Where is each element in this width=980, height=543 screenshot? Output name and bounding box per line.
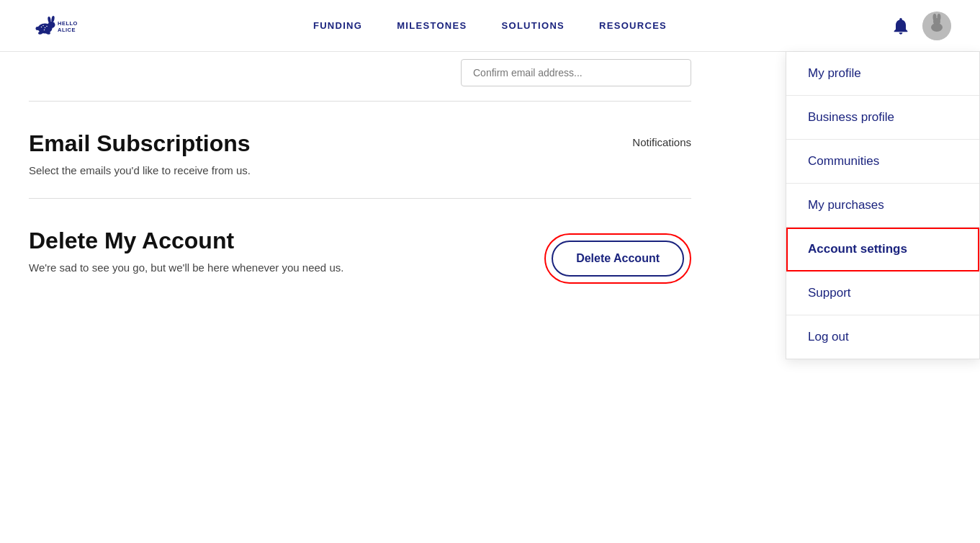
email-subscriptions-inner: Email Subscriptions Select the emails yo… (29, 130, 691, 176)
svg-point-17 (933, 14, 937, 21)
dropdown-communities[interactable]: Communities (786, 140, 979, 184)
svg-point-4 (41, 26, 42, 27)
bell-icon[interactable] (891, 16, 911, 36)
svg-point-6 (45, 27, 46, 28)
delete-account-left: Delete My Account We're sad to see you g… (29, 228, 544, 274)
avatar[interactable] (922, 12, 951, 40)
svg-point-1 (48, 22, 55, 28)
svg-text:HELLO: HELLO (58, 20, 78, 27)
dropdown-support[interactable]: Support (786, 272, 979, 315)
dropdown-my-profile[interactable]: My profile (786, 52, 979, 96)
email-confirm-row (29, 52, 691, 102)
email-subscriptions-right: Notifications (632, 130, 691, 148)
svg-text:ALICE: ALICE (58, 27, 76, 33)
nav-links: FUNDING MILESTONES SOLUTIONS RESOURCES (313, 20, 667, 31)
svg-point-5 (42, 24, 44, 26)
email-subscriptions-desc: Select the emails you'd like to receive … (29, 164, 632, 176)
svg-point-9 (36, 27, 40, 30)
delete-button-outer-box: Delete Account (544, 233, 691, 284)
svg-point-3 (51, 15, 55, 22)
svg-point-7 (46, 25, 48, 27)
nav-milestones[interactable]: MILESTONES (397, 20, 467, 31)
dropdown-account-settings[interactable]: Account settings (786, 228, 979, 272)
nav-funding[interactable]: FUNDING (313, 20, 362, 31)
dropdown-log-out[interactable]: Log out (786, 315, 979, 359)
main-content: Email Subscriptions Select the emails yo… (0, 52, 720, 305)
delete-account-button[interactable]: Delete Account (552, 241, 684, 277)
dropdown-my-purchases[interactable]: My purchases (786, 184, 979, 228)
nav-resources[interactable]: RESOURCES (599, 20, 667, 31)
navbar: HELLO ALICE FUNDING MILESTONES SOLUTIONS… (0, 0, 980, 52)
email-subscriptions-section: Email Subscriptions Select the emails yo… (29, 102, 691, 199)
delete-account-right: Delete Account (544, 228, 691, 284)
logo[interactable]: HELLO ALICE (29, 9, 108, 43)
dropdown-menu: My profile Business profile Communities … (786, 52, 980, 359)
nav-solutions[interactable]: SOLUTIONS (502, 20, 565, 31)
delete-account-inner: Delete My Account We're sad to see you g… (29, 228, 691, 284)
delete-account-section: Delete My Account We're sad to see you g… (29, 199, 691, 305)
notifications-label: Notifications (632, 136, 691, 148)
confirm-email-input[interactable] (461, 59, 691, 86)
email-subscriptions-left: Email Subscriptions Select the emails yo… (29, 130, 632, 176)
logo-area: HELLO ALICE (29, 9, 108, 43)
email-subscriptions-title: Email Subscriptions (29, 130, 632, 157)
svg-point-18 (938, 14, 941, 21)
delete-account-desc: We're sad to see you go, but we'll be he… (29, 261, 544, 274)
svg-point-8 (44, 29, 45, 30)
delete-account-title: Delete My Account (29, 228, 544, 254)
dropdown-business-profile[interactable]: Business profile (786, 96, 979, 140)
navbar-right (891, 12, 951, 40)
